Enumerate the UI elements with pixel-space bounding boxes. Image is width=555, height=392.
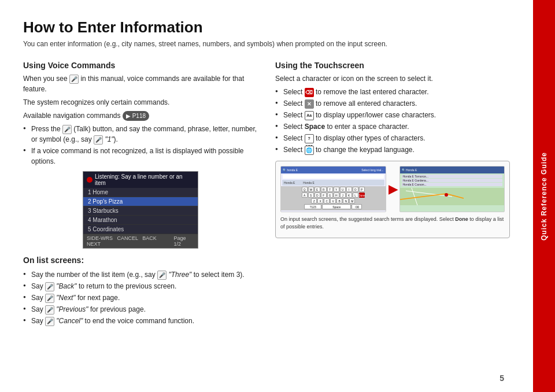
key-e[interactable]: E bbox=[314, 187, 320, 192]
listening-item-3: 3 Starbucks bbox=[83, 206, 198, 216]
key-b[interactable]: B bbox=[336, 198, 342, 204]
caption-bold: Done bbox=[455, 216, 468, 222]
key-l[interactable]: L bbox=[353, 193, 358, 198]
key-v[interactable]: V bbox=[330, 198, 336, 204]
key-o[interactable]: O bbox=[353, 187, 358, 192]
para3-prefix: Available navigation commands bbox=[23, 112, 121, 120]
list-bullet-1: Say the number of the list item (e.g., s… bbox=[23, 269, 258, 280]
mic-icon bbox=[87, 177, 92, 183]
keyboard-area: Q W E R T Y U I O P bbox=[281, 186, 386, 210]
sidebar-label: Quick Reference Guide bbox=[540, 151, 548, 240]
voice-commands-para3: Available navigation commands ▶ P118 bbox=[23, 110, 258, 121]
on-list-bullets: Say the number of the list item (e.g., s… bbox=[23, 269, 258, 326]
key-123[interactable]: ?123 bbox=[304, 204, 321, 209]
list-bullet-3: Say 🎤 "Next" for next page. bbox=[23, 293, 258, 303]
touchscreen-images: 🔍 honda E Select long trial... Honda E H… bbox=[280, 166, 505, 212]
voice-icon-next: 🎤 bbox=[45, 294, 54, 303]
listening-footer: SIDE-WRS CANCEL BACK NEXT Page 1/2 bbox=[83, 234, 198, 248]
voice-icon: 🎤 bbox=[69, 75, 79, 84]
result-2: Honda E Gardena... bbox=[402, 179, 503, 182]
voice-icon-cancel: 🎤 bbox=[45, 317, 54, 326]
on-list-heading: On list screens: bbox=[23, 254, 258, 267]
select-label-1: Select bbox=[283, 88, 302, 96]
key-t[interactable]: T bbox=[327, 187, 333, 192]
select-label-5: Select bbox=[283, 134, 302, 142]
sidebar: Quick Reference Guide bbox=[533, 0, 555, 392]
key-y[interactable]: Y bbox=[334, 187, 339, 192]
key-m[interactable]: M bbox=[349, 198, 355, 204]
ts-bullet-2: Select ✕ to remove all entered character… bbox=[275, 98, 510, 109]
key-s[interactable]: S bbox=[308, 193, 314, 198]
left-column: Using Voice Commands When you see 🎤 in t… bbox=[23, 61, 258, 331]
key-x2[interactable]: X bbox=[317, 198, 323, 204]
select-label-3: Select bbox=[283, 111, 302, 119]
key-k[interactable]: K bbox=[346, 193, 352, 198]
x-icon: ✕ bbox=[305, 99, 314, 109]
key-p[interactable]: P bbox=[359, 187, 365, 192]
key-u[interactable]: U bbox=[340, 187, 346, 192]
ts-bullet-4: Select Space to enter a space character. bbox=[275, 121, 510, 132]
main-content: How to Enter Information You can enter i… bbox=[0, 0, 533, 392]
key-i[interactable]: I bbox=[346, 187, 352, 192]
space-word: Space bbox=[305, 123, 325, 131]
touchscreen-heading: Using the Touchscreen bbox=[275, 61, 510, 70]
select-label-4: Select bbox=[283, 123, 302, 131]
key-z[interactable]: Z bbox=[311, 198, 317, 204]
key-space[interactable]: Space bbox=[322, 204, 351, 209]
honda-e-text: Honda E Honda E bbox=[284, 181, 314, 184]
key-h[interactable]: H bbox=[334, 193, 339, 198]
list-bullet-2: Say 🎤 "Back" to return to the previous s… bbox=[23, 281, 258, 291]
key-f[interactable]: F bbox=[321, 193, 327, 198]
caption-text: On input search screens, the suggested s… bbox=[280, 216, 454, 222]
result-1: Honda E Torrance... bbox=[402, 175, 503, 178]
ts-bullet-1: Select ⌫ to remove the last entered char… bbox=[275, 87, 510, 97]
key-row-2: A S D F G H J K L Done bbox=[281, 193, 386, 198]
touchscreen-intro: Select a character or icon on the screen… bbox=[275, 73, 510, 84]
done-key[interactable]: Done bbox=[359, 193, 365, 198]
page-title: How to Enter Information bbox=[23, 19, 510, 36]
voice-icon-prev: 🎤 bbox=[45, 305, 54, 315]
voice-bullet-1: Press the 🎤 (Talk) button, and say the c… bbox=[23, 124, 258, 145]
key-backspace[interactable]: ⌫ bbox=[352, 204, 362, 209]
honda-e-bar: Honda E Honda E bbox=[282, 180, 384, 186]
svg-point-3 bbox=[445, 193, 448, 197]
listening-item-4: 4 Marathon bbox=[83, 216, 198, 225]
key-row-1: Q W E R T Y U I O P bbox=[281, 187, 386, 192]
num-icon: ?123 bbox=[305, 134, 314, 143]
key-c[interactable]: C bbox=[324, 198, 330, 204]
case-icon: Aa bbox=[305, 111, 314, 120]
key-n[interactable]: N bbox=[343, 198, 349, 204]
list-bullet-5: Say 🎤 "Cancel" to end the voice command … bbox=[23, 316, 258, 326]
page-indicator: Page 1/2 bbox=[173, 235, 194, 247]
key-q[interactable]: Q bbox=[302, 187, 308, 192]
map-top-text: 🔍 Honda E bbox=[402, 168, 503, 172]
page-subtitle: You can enter information (e.g., city na… bbox=[23, 39, 510, 49]
globe-icon: 🌐 bbox=[305, 146, 314, 155]
list-bullet-4: Say 🎤 "Previous" for previous page. bbox=[23, 304, 258, 315]
screen-top-bar-left: 🔍 honda E Select long trial... bbox=[281, 167, 386, 173]
talk-icon: 🎤 bbox=[62, 125, 72, 134]
key-row-4: ?123 Space ⌫ bbox=[281, 204, 386, 209]
key-d[interactable]: D bbox=[314, 193, 320, 198]
ts-bullet-5: Select ?123 to display other types of ch… bbox=[275, 133, 510, 143]
key-g[interactable]: G bbox=[327, 193, 333, 198]
key-r[interactable]: R bbox=[321, 187, 327, 192]
two-column-layout: Using Voice Commands When you see 🎤 in t… bbox=[23, 61, 510, 331]
key-a[interactable]: A bbox=[302, 193, 308, 198]
listening-item-5: 5 Coordinates bbox=[83, 225, 198, 234]
map-svg bbox=[400, 188, 505, 205]
result-3: Honda E Carson... bbox=[402, 183, 503, 186]
voice-icon-list: 🎤 bbox=[157, 271, 166, 280]
voice-bullet-2: If a voice command is not recognized, a … bbox=[23, 146, 258, 167]
ts-bullet-3: Select Aa to display upper/lower case ch… bbox=[275, 110, 510, 120]
right-column: Using the Touchscreen Select a character… bbox=[275, 61, 510, 331]
key-j[interactable]: J bbox=[340, 193, 346, 198]
screen-caption: On input search screens, the suggested s… bbox=[280, 216, 505, 230]
key-w[interactable]: W bbox=[308, 187, 314, 192]
key-row-3: Z X C V B N M bbox=[281, 198, 386, 204]
voice-bullets: Press the 🎤 (Talk) button, and say the c… bbox=[23, 124, 258, 167]
input-screen-left: 🔍 honda E Select long trial... Honda E H… bbox=[280, 166, 386, 212]
p118-badge: ▶ P118 bbox=[123, 111, 149, 121]
voice-commands-heading: Using Voice Commands bbox=[23, 61, 258, 70]
voice-commands-para1: When you see 🎤 in this manual, voice com… bbox=[23, 73, 258, 94]
